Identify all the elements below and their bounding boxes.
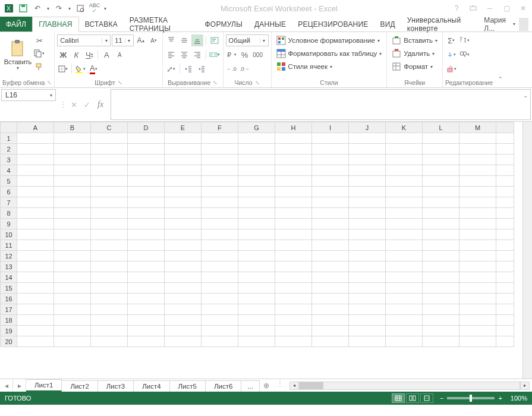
cell[interactable] <box>202 133 238 144</box>
wrap-text-icon[interactable] <box>209 34 221 46</box>
cell[interactable] <box>349 133 386 144</box>
cell[interactable] <box>91 240 128 251</box>
cell[interactable] <box>386 336 423 347</box>
cell[interactable] <box>91 219 128 229</box>
cell[interactable] <box>386 187 423 197</box>
cell[interactable] <box>238 187 275 197</box>
row-header[interactable]: 12 <box>1 251 17 261</box>
cell[interactable] <box>423 165 459 176</box>
cell[interactable] <box>459 294 496 304</box>
cell[interactable] <box>128 165 165 176</box>
enter-formula-icon[interactable]: ✓ <box>81 99 93 111</box>
cell[interactable] <box>202 176 238 187</box>
undo-dropdown-icon[interactable]: ▾ <box>45 2 51 15</box>
cell[interactable] <box>54 304 91 315</box>
cell[interactable] <box>386 294 423 304</box>
cell[interactable] <box>238 336 275 347</box>
cell[interactable] <box>275 283 312 294</box>
column-header[interactable]: L <box>423 122 459 133</box>
cell[interactable] <box>423 304 459 315</box>
cell[interactable] <box>128 197 165 208</box>
redo-dropdown-icon[interactable]: ▾ <box>67 2 73 15</box>
cell[interactable] <box>459 155 496 165</box>
tab-review[interactable]: РЕЦЕНЗИРОВАНИЕ <box>292 17 374 31</box>
cell[interactable] <box>349 261 386 272</box>
cell[interactable] <box>17 294 54 304</box>
column-header[interactable]: I <box>312 122 349 133</box>
cell[interactable] <box>128 326 165 336</box>
cell[interactable] <box>54 187 91 197</box>
cell[interactable] <box>202 251 238 261</box>
column-header[interactable]: F <box>202 122 238 133</box>
cell[interactable] <box>459 336 496 347</box>
cell[interactable] <box>165 197 202 208</box>
cell[interactable] <box>423 155 459 165</box>
sheet-tabs-more[interactable]: ... <box>241 380 260 392</box>
cell[interactable] <box>165 144 202 155</box>
decrease-indent-icon[interactable] <box>182 63 194 75</box>
sort-filter-icon[interactable]: ▾ <box>458 34 470 46</box>
cell[interactable] <box>275 133 312 144</box>
cell[interactable] <box>128 294 165 304</box>
comma-icon[interactable]: 000 <box>252 49 264 61</box>
cell[interactable] <box>202 165 238 176</box>
cell[interactable] <box>238 144 275 155</box>
cell[interactable] <box>54 240 91 251</box>
shrink-font-icon[interactable]: A▾ <box>148 34 160 46</box>
redo-icon[interactable]: ↷ <box>52 2 65 15</box>
insert-cells-button[interactable]: Вставить▾ <box>389 34 440 46</box>
horizontal-scrollbar[interactable] <box>299 382 520 390</box>
cell[interactable] <box>91 197 128 208</box>
cell[interactable] <box>91 326 128 336</box>
column-header[interactable]: E <box>165 122 202 133</box>
cell[interactable] <box>128 283 165 294</box>
cell[interactable] <box>165 229 202 240</box>
cell[interactable] <box>423 176 459 187</box>
cell[interactable] <box>275 294 312 304</box>
tab-view[interactable]: ВИД <box>374 17 401 31</box>
tab-home[interactable]: ГЛАВНАЯ <box>32 17 78 32</box>
cell[interactable] <box>275 315 312 326</box>
cell[interactable] <box>312 240 349 251</box>
cell[interactable] <box>312 197 349 208</box>
font-size-combo[interactable]: 11▾ <box>112 34 133 46</box>
cell[interactable] <box>238 261 275 272</box>
cell[interactable] <box>423 240 459 251</box>
maximize-icon[interactable]: ▢ <box>500 2 513 15</box>
cell[interactable] <box>165 240 202 251</box>
cell[interactable] <box>459 240 496 251</box>
cell[interactable] <box>91 261 128 272</box>
cancel-formula-icon[interactable]: ✕ <box>68 99 80 111</box>
cell[interactable] <box>202 240 238 251</box>
cell[interactable] <box>275 144 312 155</box>
column-header[interactable]: H <box>275 122 312 133</box>
cell[interactable] <box>128 144 165 155</box>
cell[interactable] <box>202 144 238 155</box>
cell[interactable] <box>349 240 386 251</box>
cell[interactable] <box>349 229 386 240</box>
cell[interactable] <box>349 326 386 336</box>
cell[interactable] <box>238 240 275 251</box>
qat-customize-icon[interactable]: ▾ <box>102 2 108 15</box>
cell[interactable] <box>312 208 349 219</box>
view-page-layout-icon[interactable] <box>406 393 419 403</box>
excel-icon[interactable]: X <box>2 2 15 15</box>
delete-cells-button[interactable]: Удалить▾ <box>389 48 440 59</box>
cell[interactable] <box>349 187 386 197</box>
cell[interactable] <box>202 326 238 336</box>
cell[interactable] <box>459 208 496 219</box>
cell[interactable] <box>386 251 423 261</box>
print-preview-icon[interactable] <box>74 2 87 15</box>
cell[interactable] <box>128 304 165 315</box>
minimize-icon[interactable]: ─ <box>483 2 496 15</box>
cell[interactable] <box>312 144 349 155</box>
cell[interactable] <box>91 229 128 240</box>
cell[interactable] <box>275 155 312 165</box>
cell[interactable] <box>165 304 202 315</box>
cell[interactable] <box>275 251 312 261</box>
cell[interactable] <box>91 155 128 165</box>
grow-font-icon[interactable]: A▴ <box>135 34 147 46</box>
cell[interactable] <box>238 229 275 240</box>
tab-insert[interactable]: ВСТАВКА <box>79 17 124 31</box>
cell[interactable] <box>423 219 459 229</box>
